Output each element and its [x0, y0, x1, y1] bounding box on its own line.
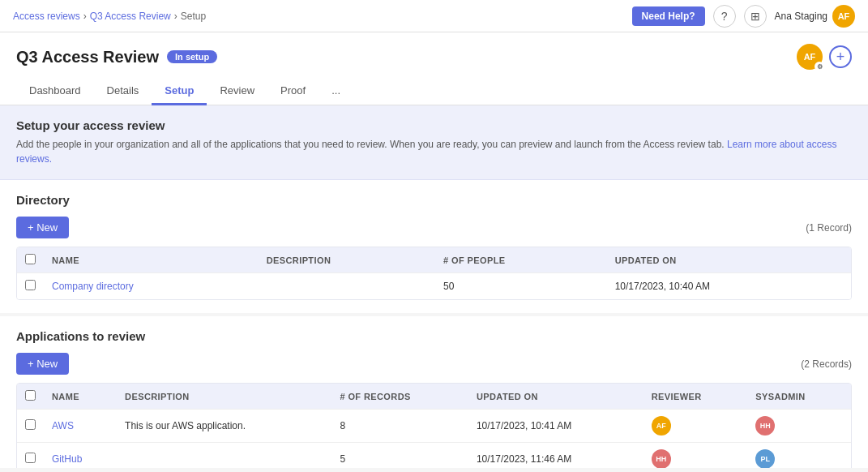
tab-dashboard[interactable]: Dashboard: [16, 78, 94, 105]
app-description: [117, 443, 331, 469]
current-user-avatar: AF ⚙: [797, 44, 823, 70]
directory-name-link[interactable]: Company directory: [52, 281, 134, 292]
applications-new-button[interactable]: + New: [16, 353, 69, 375]
app-name-link[interactable]: GitHub: [52, 453, 82, 465]
app-col-sysadmin: SYSADMIN: [747, 384, 851, 410]
row-checkbox[interactable]: [25, 280, 36, 290]
directory-table: NAME DESCRIPTION # OF PEOPLE UPDATED ON …: [16, 247, 852, 300]
app-name-link[interactable]: AWS: [52, 420, 74, 431]
avatar: AF: [832, 5, 855, 28]
app-sysadmin: PL: [747, 443, 851, 469]
directory-description: [259, 273, 435, 300]
need-help-button[interactable]: Need Help?: [632, 6, 705, 26]
apps-icon[interactable]: ⊞: [744, 5, 767, 28]
directory-col-description: DESCRIPTION: [259, 247, 435, 273]
directory-updated: 10/17/2023, 10:40 AM: [607, 273, 851, 300]
help-icon[interactable]: ?: [713, 5, 736, 28]
user-area[interactable]: Ana Staging AF: [775, 5, 855, 28]
directory-select-all[interactable]: [25, 254, 36, 264]
breadcrumb-q3-access-review[interactable]: Q3 Access Review: [90, 11, 171, 22]
tab-review[interactable]: Review: [207, 78, 267, 105]
setup-body: Add the people in your organization and …: [16, 137, 852, 166]
app-col-description: DESCRIPTION: [117, 384, 331, 410]
applications-record-count: (2 Records): [801, 358, 852, 370]
app-col-records: # OF RECORDS: [331, 384, 468, 410]
app-records: 5: [331, 443, 468, 469]
applications-table: NAME DESCRIPTION # OF RECORDS UPDATED ON…: [16, 383, 852, 468]
row-checkbox[interactable]: [25, 419, 36, 430]
sysadmin-avatar: HH: [755, 416, 775, 436]
breadcrumb-setup: Setup: [181, 11, 206, 22]
applications-select-all[interactable]: [25, 390, 36, 401]
setup-banner: Setup your access review Add the people …: [0, 105, 868, 180]
add-button[interactable]: +: [829, 45, 852, 68]
tab-proof[interactable]: Proof: [267, 78, 319, 105]
app-reviewer: AF: [644, 410, 748, 443]
directory-col-name: NAME: [44, 247, 259, 273]
user-name: Ana Staging: [775, 11, 827, 22]
directory-record-count: (1 Record): [806, 222, 852, 234]
app-col-updated: UPDATED ON: [468, 384, 644, 410]
reviewer-avatar: AF: [652, 416, 671, 436]
app-updated: 10/17/2023, 11:46 AM: [468, 443, 644, 469]
status-badge: In setup: [167, 50, 217, 63]
app-description: This is our AWS application.: [117, 410, 331, 443]
tab-setup[interactable]: Setup: [152, 78, 207, 105]
learn-more-link[interactable]: Learn more about access reviews.: [16, 139, 836, 165]
reviewer-avatar: HH: [652, 449, 671, 468]
page-title: Q3 Access Review: [16, 48, 159, 67]
directory-col-people: # OF PEOPLE: [435, 247, 607, 273]
directory-table-header: NAME DESCRIPTION # OF PEOPLE UPDATED ON: [17, 247, 851, 273]
table-row: AWS This is our AWS application. 8 10/17…: [17, 410, 851, 443]
sysadmin-avatar: PL: [755, 449, 775, 468]
tab-more[interactable]: ...: [319, 78, 353, 105]
app-col-reviewer: REVIEWER: [644, 384, 748, 410]
directory-new-button[interactable]: + New: [16, 217, 69, 238]
tab-details[interactable]: Details: [94, 78, 152, 105]
table-row: GitHub 5 10/17/2023, 11:46 AM HH PL: [17, 443, 851, 469]
app-col-name: NAME: [44, 384, 117, 410]
directory-people: 50: [435, 273, 607, 300]
directory-title: Directory: [16, 193, 852, 207]
main-content: Setup your access review Add the people …: [0, 105, 868, 468]
breadcrumb: Access reviews › Q3 Access Review › Setu…: [13, 11, 206, 22]
applications-title: Applications to review: [16, 329, 852, 343]
app-updated: 10/17/2023, 10:41 AM: [468, 410, 644, 443]
breadcrumb-access-reviews[interactable]: Access reviews: [13, 11, 80, 22]
app-records: 8: [331, 410, 468, 443]
tabs: Dashboard Details Setup Review Proof ...: [16, 78, 852, 105]
directory-col-updated: UPDATED ON: [607, 247, 851, 273]
app-reviewer: HH: [644, 443, 748, 469]
directory-section: Directory + New (1 Record) NAME DESCRIPT…: [0, 180, 868, 313]
page-header: Q3 Access Review In setup AF ⚙ + Dashboa…: [0, 32, 868, 105]
gear-icon: ⚙: [815, 62, 824, 71]
app-sysadmin: HH: [747, 410, 851, 443]
applications-table-header: NAME DESCRIPTION # OF RECORDS UPDATED ON…: [17, 384, 851, 410]
table-row: Company directory 50 10/17/2023, 10:40 A…: [17, 273, 851, 300]
setup-heading: Setup your access review: [16, 118, 852, 132]
top-nav: Access reviews › Q3 Access Review › Setu…: [0, 0, 868, 32]
row-checkbox[interactable]: [25, 453, 36, 463]
applications-section: Applications to review + New (2 Records)…: [0, 316, 868, 468]
